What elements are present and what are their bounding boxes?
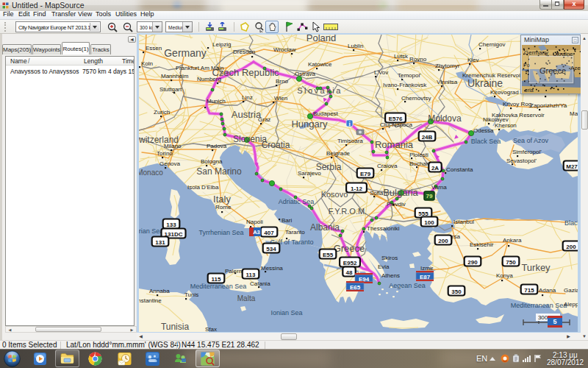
svg-text:Romania: Romania xyxy=(375,139,414,150)
svg-text:715: 715 xyxy=(524,287,534,294)
svg-text:eria: eria xyxy=(525,88,534,93)
svg-text:E55: E55 xyxy=(323,252,334,258)
svg-text:Plovdiv: Plovdiv xyxy=(387,201,406,208)
svg-text:Sea of Azov: Sea of Azov xyxy=(513,137,549,144)
svg-text:Italy: Italy xyxy=(213,194,231,205)
svg-text:A3: A3 xyxy=(253,229,260,236)
svg-text:100: 100 xyxy=(424,219,434,226)
svg-text:Po: Po xyxy=(523,63,530,68)
svg-text:Lublin: Lublin xyxy=(348,43,363,49)
svg-text:2A: 2A xyxy=(431,165,439,171)
svg-text:Black Sea: Black Sea xyxy=(471,138,501,145)
svg-text:Tunis: Tunis xyxy=(184,291,198,298)
svg-text:Slovakia: Slovakia xyxy=(297,86,343,95)
svg-text:Kiev: Kiev xyxy=(467,57,479,63)
svg-text:Germany: Germany xyxy=(164,47,207,59)
svg-text:Eskisehir: Eskisehir xyxy=(470,241,494,248)
svg-text:Numberg: Numberg xyxy=(197,76,221,82)
svg-text:Thessaloniki: Thessaloniki xyxy=(367,225,400,232)
svg-text:Izmir: Izmir xyxy=(420,265,434,272)
svg-text:Zurich: Zurich xyxy=(154,109,170,116)
svg-text:Greece: Greece xyxy=(539,66,566,75)
svg-text:Ukraine: Ukraine xyxy=(553,51,573,57)
svg-text:200: 200 xyxy=(566,244,576,250)
svg-text:Aleppo: Aleppo xyxy=(564,301,578,308)
svg-text:79: 79 xyxy=(426,193,433,199)
svg-text:Katowice: Katowice xyxy=(308,61,332,68)
svg-text:555: 555 xyxy=(418,210,429,217)
svg-text:Gaziantep: Gaziantep xyxy=(564,287,578,294)
svg-text:Wroclaw: Wroclaw xyxy=(273,46,296,53)
svg-text:Stuttgart: Stuttgart xyxy=(159,86,182,93)
svg-text:Black: Black xyxy=(564,219,578,227)
svg-text:E87: E87 xyxy=(420,274,431,280)
svg-text:Albania: Albania xyxy=(310,222,340,233)
svg-text:Mannheim: Mannheim xyxy=(161,73,189,79)
svg-text:290: 290 xyxy=(467,259,478,266)
svg-text:Tyrrhenian Sea: Tyrrhenian Sea xyxy=(198,229,243,236)
svg-text:Taranto: Taranto xyxy=(285,229,305,236)
svg-text:115: 115 xyxy=(212,276,221,283)
svg-text:E952: E952 xyxy=(343,260,357,266)
svg-text:Skiros: Skiros xyxy=(381,255,398,261)
svg-text:Adriatic Sea: Adriatic Sea xyxy=(279,198,315,205)
svg-text:Varna: Varna xyxy=(431,184,447,191)
svg-text:Mediterranean Sea: Mediterranean Sea xyxy=(511,302,567,309)
svg-text:Ukraine: Ukraine xyxy=(467,77,503,89)
svg-text:5: 5 xyxy=(553,318,556,325)
svg-text:Constanta: Constanta xyxy=(446,166,473,173)
svg-text:Malta: Malta xyxy=(237,294,256,302)
svg-text:Linz: Linz xyxy=(242,94,253,101)
svg-text:Aze: Aze xyxy=(570,65,581,71)
svg-text:Ostrava: Ostrava xyxy=(295,71,316,77)
svg-text:Chernovtsy: Chernovtsy xyxy=(401,95,431,102)
svg-text:Turkey: Turkey xyxy=(521,262,551,273)
svg-text:Germany: Germany xyxy=(524,49,548,56)
svg-text:Adana: Adana xyxy=(539,287,556,294)
svg-text:Graz: Graz xyxy=(258,116,270,123)
svg-text:Sevastopol': Sevastopol' xyxy=(506,158,537,164)
svg-text:Koln: Koln xyxy=(141,60,153,67)
svg-text:Torino: Torino xyxy=(157,150,173,157)
svg-text:Simferopol': Simferopol' xyxy=(512,149,542,155)
svg-text:200: 200 xyxy=(438,238,448,244)
svg-text:Milano: Milano xyxy=(164,143,182,149)
svg-text:Catania: Catania xyxy=(250,280,270,287)
svg-text:Istanbul: Istanbul xyxy=(453,219,474,225)
svg-text:Genova: Genova xyxy=(159,160,181,167)
svg-text:Messina: Messina xyxy=(261,265,283,272)
svg-text:Belgrade: Belgrade xyxy=(326,150,351,157)
svg-text:Croatia: Croatia xyxy=(262,140,290,150)
svg-text:Austria: Austria xyxy=(232,109,262,120)
svg-text:F.Y.R.O.M.: F.Y.R.O.M. xyxy=(329,207,367,216)
svg-text:Ligurian Sea: Ligurian Sea xyxy=(139,227,163,235)
svg-text:750: 750 xyxy=(506,259,516,266)
svg-text:Zhytomyr: Zhytomyr xyxy=(435,63,460,69)
svg-text:Temopol': Temopol' xyxy=(398,72,421,79)
svg-text:E65: E65 xyxy=(350,284,361,291)
svg-text:L'Vov: L'Vov xyxy=(374,69,388,76)
svg-text:Kherson: Kherson xyxy=(495,122,517,129)
svg-text:San Marino: San Marino xyxy=(196,166,242,177)
svg-text:Ionian Sea: Ionian Sea xyxy=(270,309,302,316)
svg-text:Krivoy Rog: Krivoy Rog xyxy=(503,101,531,107)
svg-text:Mariupol': Mariupol' xyxy=(570,110,578,117)
svg-text:Wien: Wien xyxy=(274,95,287,102)
svg-text:Greece: Greece xyxy=(334,243,365,254)
svg-text:24B: 24B xyxy=(422,134,433,141)
svg-text:Moldova: Moldova xyxy=(428,113,462,124)
svg-text:48: 48 xyxy=(346,269,353,276)
svg-text:Tunisia: Tunisia xyxy=(161,322,190,332)
svg-text:131: 131 xyxy=(155,239,165,246)
svg-text:Lutsk: Lutsk xyxy=(394,53,409,60)
svg-text:Leipzig: Leipzig xyxy=(212,41,231,48)
svg-text:Sfax: Sfax xyxy=(205,326,217,332)
svg-text:Zaporizhzh'Ya: Zaporizhzh'Ya xyxy=(530,102,567,109)
svg-text:534: 534 xyxy=(266,246,276,252)
svg-text:133: 133 xyxy=(166,222,176,228)
svg-text:Frankfurt Am Main: Frankfurt Am Main xyxy=(176,65,223,71)
svg-text:Kosovo: Kosovo xyxy=(321,190,348,199)
svg-text:Craiova: Craiova xyxy=(377,163,398,169)
svg-text:Monaco: Monaco xyxy=(139,169,163,177)
svg-text:Timisoara: Timisoara xyxy=(337,138,363,144)
